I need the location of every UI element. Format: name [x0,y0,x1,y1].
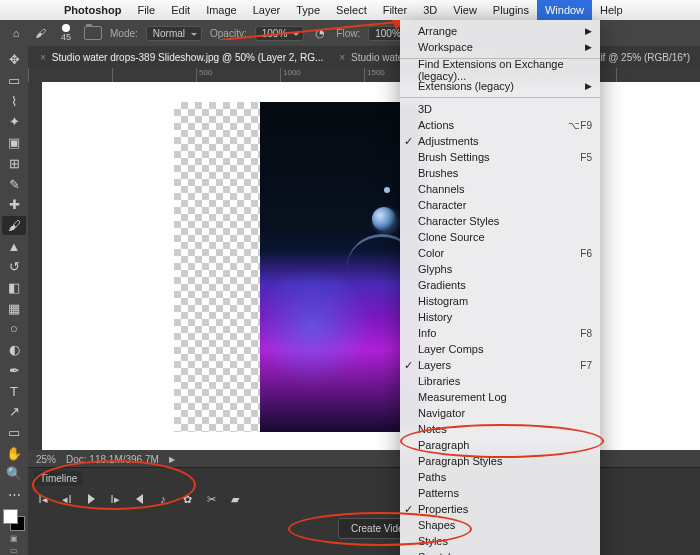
menu-window[interactable]: Window [537,0,592,20]
mode-label: Mode: [110,28,138,39]
heal-tool[interactable]: ✚ [2,195,26,215]
menu-item-layers[interactable]: ✓LayersF7 [400,357,600,373]
menu-item-measurement-log[interactable]: Measurement Log [400,389,600,405]
brush-folder-icon[interactable] [84,26,102,40]
frame-tool[interactable]: ⊞ [2,154,26,174]
menu-item-patterns[interactable]: Patterns [400,485,600,501]
menu-plugins[interactable]: Plugins [485,0,537,20]
menu-item-glyphs[interactable]: Glyphs [400,261,600,277]
menu-item-paragraph[interactable]: Paragraph [400,437,600,453]
close-icon[interactable]: × [339,52,345,63]
menu-type[interactable]: Type [288,0,328,20]
shape-tool[interactable]: ▭ [2,423,26,443]
rewind-button[interactable] [132,492,146,506]
menu-help[interactable]: Help [592,0,631,20]
brush-preset[interactable]: 45 [56,24,76,42]
menu-item-find-extensions-on-exchange-legacy-[interactable]: Find Extensions on Exchange (legacy)... [400,62,600,78]
menu-layer[interactable]: Layer [245,0,289,20]
brush-tool[interactable]: 🖌 [2,216,26,236]
opacity-dropdown[interactable]: 100% [255,26,305,41]
zoom-tool[interactable]: 🔍 [2,464,26,484]
menu-item-adjustments[interactable]: ✓Adjustments [400,133,600,149]
transition-icon[interactable]: ▰ [228,492,242,506]
menu-item-libraries[interactable]: Libraries [400,373,600,389]
marquee-tool[interactable]: ▭ [2,71,26,91]
screen-mode-icon[interactable]: ▭ [10,546,18,555]
menu-item-shapes[interactable]: Shapes [400,517,600,533]
menu-select[interactable]: Select [328,0,375,20]
first-frame-button[interactable]: I◂ [36,492,50,506]
menu-item-workspace[interactable]: Workspace▶ [400,39,600,55]
audio-button[interactable]: ♪ [156,492,170,506]
menu-3d[interactable]: 3D [415,0,445,20]
menu-item-brush-settings[interactable]: Brush SettingsF5 [400,149,600,165]
doc-tab-1[interactable]: ×Studio water drops-389 Slideshow.jpg @ … [32,52,331,63]
menu-item-actions[interactable]: Actions⌥F9 [400,117,600,133]
color-swatches[interactable] [3,509,25,531]
menu-item-brushes[interactable]: Brushes [400,165,600,181]
quick-mask-icon[interactable]: ▣ [10,534,18,543]
menu-edit[interactable]: Edit [163,0,198,20]
next-frame-button[interactable]: I▸ [108,492,122,506]
flow-label: Flow: [336,28,360,39]
menu-item-navigator[interactable]: Navigator [400,405,600,421]
doc-size[interactable]: Doc: 118.1M/396.7M [66,454,159,465]
status-chevron-icon[interactable]: ▶ [169,455,175,464]
menu-item-histogram[interactable]: Histogram [400,293,600,309]
brush-tool-icon[interactable]: 🖌 [32,25,48,41]
zoom-level[interactable]: 25% [36,454,56,465]
stamp-tool[interactable]: ▲ [2,236,26,256]
menu-item-clone-source[interactable]: Clone Source [400,229,600,245]
image-content [372,207,396,231]
ruler-vertical [28,82,43,450]
split-icon[interactable]: ✂ [204,492,218,506]
dodge-tool[interactable]: ◐ [2,340,26,360]
pressure-opacity-icon[interactable]: ◔ [312,25,328,41]
close-icon[interactable]: × [40,52,46,63]
menu-item-info[interactable]: InfoF8 [400,325,600,341]
lasso-tool[interactable]: ⌇ [2,91,26,111]
menu-item-styles[interactable]: Styles [400,533,600,549]
menu-item-gradients[interactable]: Gradients [400,277,600,293]
menu-item-paths[interactable]: Paths [400,469,600,485]
menu-item-history[interactable]: History [400,309,600,325]
home-icon[interactable]: ⌂ [8,25,24,41]
menu-item-channels[interactable]: Channels [400,181,600,197]
crop-tool[interactable]: ▣ [2,133,26,153]
menu-item-layer-comps[interactable]: Layer Comps [400,341,600,357]
menu-item-3d[interactable]: 3D [400,101,600,117]
menu-item-paragraph-styles[interactable]: Paragraph Styles [400,453,600,469]
blur-tool[interactable]: ○ [2,319,26,339]
prev-frame-button[interactable]: ◂I [60,492,74,506]
menu-view[interactable]: View [445,0,485,20]
timeline-tab[interactable]: Timeline [34,471,83,486]
menu-item-character[interactable]: Character [400,197,600,213]
eyedropper-tool[interactable]: ✎ [2,174,26,194]
play-button[interactable] [84,492,98,506]
move-tool[interactable]: ✥ [2,50,26,70]
canvas[interactable] [42,82,700,450]
menu-item-color[interactable]: ColorF6 [400,245,600,261]
pen-tool[interactable]: ✒ [2,361,26,381]
gradient-tool[interactable]: ▦ [2,298,26,318]
type-tool[interactable]: T [2,381,26,401]
path-tool[interactable]: ↗ [2,402,26,422]
menu-item-properties[interactable]: ✓Properties [400,501,600,517]
menu-file[interactable]: File [129,0,163,20]
menu-item-extensions-legacy-[interactable]: Extensions (legacy)▶ [400,78,600,94]
menubar: Photoshop File Edit Image Layer Type Sel… [0,0,700,21]
tools-panel: ✥ ▭ ⌇ ✦ ▣ ⊞ ✎ ✚ 🖌 ▲ ↺ ◧ ▦ ○ ◐ ✒ T ↗ ▭ ✋ … [0,46,28,555]
hand-tool[interactable]: ✋ [2,443,26,463]
eraser-tool[interactable]: ◧ [2,278,26,298]
quick-select-tool[interactable]: ✦ [2,112,26,132]
settings-icon[interactable]: ✿ [180,492,194,506]
menu-filter[interactable]: Filter [375,0,415,20]
edit-toolbar[interactable]: ⋯ [2,485,26,505]
history-brush-tool[interactable]: ↺ [2,257,26,277]
blend-mode-dropdown[interactable]: Normal [146,26,202,41]
menu-item-arrange[interactable]: Arrange▶ [400,23,600,39]
menu-item-character-styles[interactable]: Character Styles [400,213,600,229]
menu-item-swatches[interactable]: Swatches [400,549,600,555]
menu-item-notes[interactable]: Notes [400,421,600,437]
menu-image[interactable]: Image [198,0,245,20]
